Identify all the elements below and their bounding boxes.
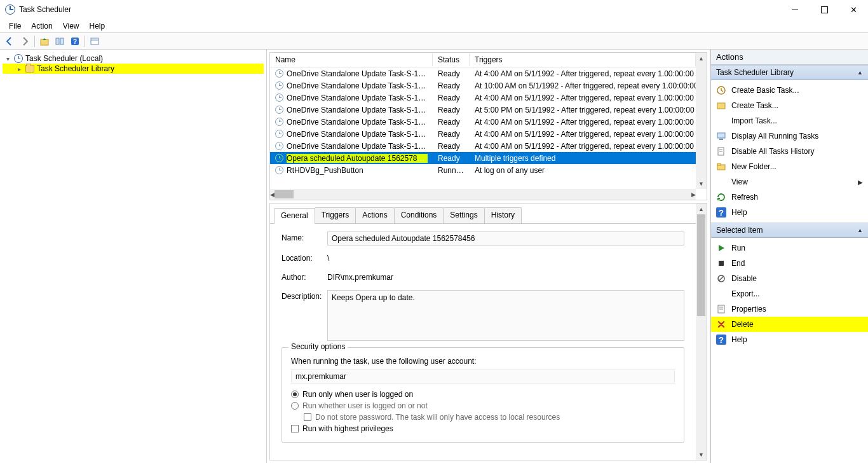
tab-general[interactable]: General — [274, 208, 315, 224]
window-close-button[interactable] — [839, 0, 868, 19]
task-row[interactable]: Opera scheduled Autoupdate 1562578456Rea… — [270, 152, 696, 164]
field-description[interactable]: Keeps Opera up to date. — [327, 290, 684, 341]
window-minimize-button[interactable] — [780, 0, 810, 19]
svg-rect-10 — [719, 139, 723, 140]
tab-triggers[interactable]: Triggers — [315, 207, 356, 223]
task-name: OneDrive Standalone Update Task-S-1-5-2.… — [287, 130, 428, 139]
task-triggers: At 4:00 AM on 5/1/1992 - After triggered… — [470, 142, 696, 151]
action-help-bottom[interactable]: ? Help — [711, 332, 868, 347]
toolbar-back-button[interactable] — [3, 34, 17, 48]
action-help-top[interactable]: ? Help — [711, 205, 868, 220]
column-status[interactable]: Status — [433, 53, 470, 66]
chevron-right-icon: ▶ — [858, 179, 863, 186]
tree-expand-icon[interactable]: ▸ — [15, 66, 23, 73]
task-row[interactable]: OneDrive Standalone Update Task-S-1-5-2.… — [270, 79, 696, 92]
scroll-left-icon[interactable]: ◀ — [270, 189, 275, 200]
tree-root-item[interactable]: ▾ Task Scheduler (Local) — [3, 53, 264, 64]
window-title: Task Scheduler — [19, 5, 71, 14]
svg-rect-16 — [719, 261, 724, 266]
tab-conditions[interactable]: Conditions — [394, 207, 444, 223]
section-collapse-icon[interactable]: ▲ — [857, 69, 863, 76]
task-status: Ready — [433, 93, 470, 102]
action-delete[interactable]: Delete — [711, 317, 868, 332]
task-list: Name Status Triggers OneDrive Standalone… — [269, 52, 707, 200]
task-row[interactable]: OneDrive Standalone Update Task-S-1-5-2.… — [270, 128, 696, 140]
field-name[interactable]: Opera scheduled Autoupdate 1562578456 — [327, 232, 684, 245]
task-row[interactable]: RtHDVBg_PushButtonRunningAt log on of an… — [270, 164, 696, 176]
toolbar-help-button[interactable]: ? — [68, 34, 82, 48]
toolbar-properties-button[interactable] — [88, 34, 102, 48]
task-row[interactable]: OneDrive Standalone Update Task-S-1-5-2.… — [270, 140, 696, 152]
action-refresh[interactable]: Refresh — [711, 190, 868, 205]
tree-root-label: Task Scheduler (Local) — [25, 54, 103, 63]
toolbar: ? — [0, 33, 868, 50]
radio-run-anyuser[interactable]: Run whether user is logged on or not — [291, 401, 675, 410]
create-basic-task-icon — [716, 85, 726, 95]
column-triggers[interactable]: Triggers — [470, 53, 696, 66]
action-new-folder[interactable]: New Folder... — [711, 159, 868, 174]
task-name: OneDrive Standalone Update Task-S-1-5-2.… — [287, 69, 428, 78]
action-export[interactable]: Export... — [711, 286, 868, 301]
toolbar-up-button[interactable] — [37, 34, 51, 48]
action-properties[interactable]: Properties — [711, 301, 868, 317]
scroll-right-icon[interactable]: ▶ — [691, 189, 696, 200]
action-create-task[interactable]: Create Task... — [711, 98, 868, 113]
menu-help[interactable]: Help — [85, 20, 111, 32]
menu-action[interactable]: Action — [26, 20, 57, 32]
disable-icon — [716, 273, 726, 284]
action-disable[interactable]: Disable — [711, 271, 868, 286]
menu-view[interactable]: View — [58, 20, 85, 32]
action-display-running[interactable]: Display All Running Tasks — [711, 128, 868, 144]
scroll-thumb[interactable] — [275, 190, 294, 198]
action-run[interactable]: Run — [711, 240, 868, 256]
toolbar-forward-button[interactable] — [18, 34, 32, 48]
clock-icon — [275, 154, 283, 162]
task-triggers: At 4:00 AM on 5/1/1992 - After triggered… — [470, 130, 696, 139]
scroll-down-icon[interactable]: ▼ — [696, 178, 707, 189]
svg-line-18 — [719, 276, 724, 281]
window-maximize-button[interactable] — [810, 0, 839, 19]
menu-file[interactable]: File — [4, 20, 26, 32]
task-row[interactable]: OneDrive Standalone Update Task-S-1-5-2.… — [270, 67, 696, 79]
scroll-thumb[interactable] — [697, 214, 705, 316]
actions-section-library-label: Task Scheduler Library — [716, 68, 794, 77]
vertical-scrollbar[interactable]: ▲ ▼ — [696, 53, 707, 189]
action-create-basic-task[interactable]: Create Basic Task... — [711, 83, 868, 98]
actions-section-selected[interactable]: Selected Item ▲ — [711, 223, 868, 238]
checkbox-highest-privileges[interactable]: Run with highest privileges — [291, 424, 675, 433]
column-name[interactable]: Name — [270, 53, 433, 66]
clock-icon — [275, 130, 283, 138]
tab-settings[interactable]: Settings — [443, 207, 484, 223]
action-import-task[interactable]: Import Task... — [711, 113, 868, 128]
tab-actions[interactable]: Actions — [355, 207, 394, 223]
clock-icon — [275, 142, 283, 150]
section-collapse-icon[interactable]: ▲ — [857, 227, 863, 233]
tab-history[interactable]: History — [484, 207, 522, 223]
vertical-scrollbar[interactable]: ▲ ▼ — [696, 204, 707, 460]
field-author: DIR\mx.premkumar — [327, 271, 684, 284]
action-label: Create Task... — [731, 101, 778, 110]
action-disable-history[interactable]: Disable All Tasks History — [711, 144, 868, 159]
action-view[interactable]: View ▶ — [711, 174, 868, 190]
actions-header: Actions — [711, 50, 868, 65]
scroll-up-icon[interactable]: ▲ — [696, 53, 707, 64]
scroll-up-icon[interactable]: ▲ — [696, 204, 707, 214]
task-row[interactable]: OneDrive Standalone Update Task-S-1-5-2.… — [270, 116, 696, 128]
horizontal-scrollbar[interactable]: ◀ ▶ — [270, 189, 696, 200]
clock-icon — [275, 69, 283, 78]
task-row[interactable]: OneDrive Standalone Update Task-S-1-5-2.… — [270, 92, 696, 104]
scroll-down-icon[interactable]: ▼ — [696, 449, 707, 460]
task-status: Ready — [433, 154, 470, 163]
action-label: Run — [731, 244, 745, 252]
tree-library-item[interactable]: ▸ Task Scheduler Library — [3, 64, 264, 74]
radio-run-loggedon[interactable]: Run only when user is logged on — [291, 390, 675, 399]
clock-icon — [275, 106, 283, 114]
checkbox-nostore-password[interactable]: Do not store password. The task will onl… — [304, 413, 675, 422]
task-row[interactable]: OneDrive Standalone Update Task-S-1-5-2.… — [270, 104, 696, 116]
tree-collapse-icon[interactable]: ▾ — [4, 55, 11, 62]
help-icon: ? — [716, 207, 726, 218]
action-end[interactable]: End — [711, 256, 868, 271]
actions-section-library[interactable]: Task Scheduler Library ▲ — [711, 65, 868, 80]
toolbar-pane-button[interactable] — [53, 34, 67, 48]
task-status: Ready — [433, 142, 470, 151]
